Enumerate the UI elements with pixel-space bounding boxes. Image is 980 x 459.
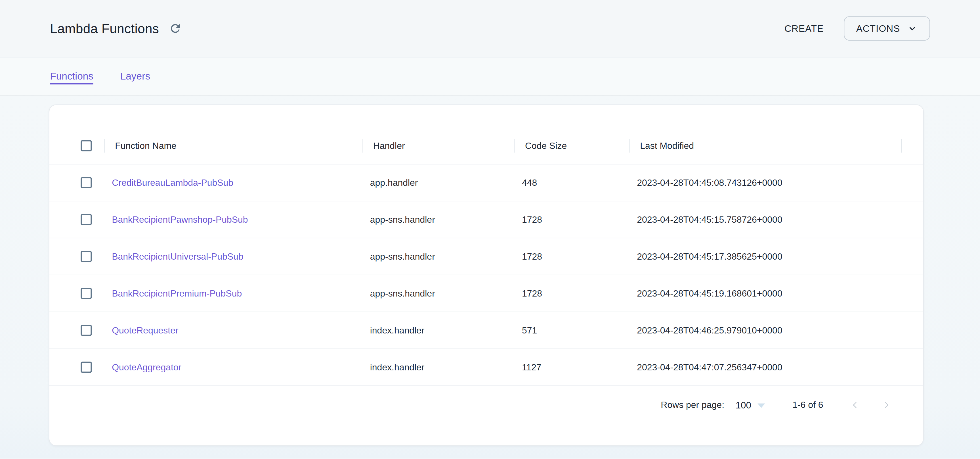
table-row: BankRecipientUniversal-PubSub app-sns.ha… [49, 238, 923, 275]
table-row: BankRecipientPawnshop-PubSub app-sns.han… [49, 201, 923, 238]
rows-per-page-label: Rows per page: [661, 400, 724, 410]
chevron-down-icon [907, 23, 918, 33]
column-separator [901, 139, 902, 153]
page-header: Lambda Functions CREATE ACTIONS [0, 0, 980, 57]
page-title: Lambda Functions [50, 21, 159, 36]
code-size-cell: 1728 [514, 288, 629, 298]
code-size-cell: 1728 [514, 214, 629, 225]
next-page-button[interactable] [881, 399, 892, 410]
table-footer: Rows per page: 100 1-6 of 6 [49, 386, 923, 424]
last-modified-cell: 2023-04-28T04:46:25.979010+0000 [630, 325, 901, 335]
table-header-row: Function Name Handler Code Size Last Mod… [49, 128, 923, 164]
rows-per-page-value: 100 [736, 399, 751, 410]
code-size-cell: 1127 [514, 362, 629, 372]
table-row: CreditBureauLambda-PubSub app.handler 44… [49, 164, 923, 201]
column-header-handler[interactable]: Handler [363, 128, 514, 164]
table-row: BankRecipientPremium-PubSub app-sns.hand… [49, 275, 923, 312]
previous-page-button[interactable] [850, 399, 860, 410]
select-all-checkbox[interactable] [81, 140, 92, 151]
row-checkbox[interactable] [81, 214, 92, 225]
chevron-left-icon [850, 399, 860, 410]
dropdown-arrow-icon [757, 403, 765, 407]
actions-button-label: ACTIONS [856, 23, 900, 33]
column-separator [630, 139, 630, 153]
content-area: Function Name Handler Code Size Last Mod… [0, 96, 980, 459]
function-name-link[interactable]: BankRecipientUniversal-PubSub [112, 251, 243, 261]
tab-layers[interactable]: Layers [120, 71, 150, 82]
last-modified-cell: 2023-04-28T04:45:15.758726+0000 [630, 214, 901, 225]
row-checkbox[interactable] [81, 288, 92, 299]
row-checkbox[interactable] [81, 362, 92, 373]
handler-cell: app-sns.handler [363, 251, 514, 261]
column-separator [514, 139, 515, 153]
handler-cell: app.handler [363, 177, 514, 188]
column-header-code-size[interactable]: Code Size [514, 128, 629, 164]
pagination-range: 1-6 of 6 [792, 400, 823, 410]
last-modified-cell: 2023-04-28T04:45:19.168601+0000 [630, 288, 901, 298]
code-size-cell: 571 [514, 325, 629, 335]
code-size-cell: 1728 [514, 251, 629, 261]
column-header-last-modified[interactable]: Last Modified [630, 128, 901, 164]
tab-bar: Functions Layers [0, 57, 980, 96]
function-name-link[interactable]: QuoteAggregator [112, 362, 181, 372]
last-modified-cell: 2023-04-28T04:47:07.256347+0000 [630, 362, 901, 372]
handler-cell: index.handler [363, 362, 514, 372]
table-row: QuoteRequester index.handler 571 2023-04… [49, 312, 923, 349]
column-header-empty [901, 128, 923, 164]
handler-cell: app-sns.handler [363, 288, 514, 298]
column-separator [105, 139, 105, 153]
refresh-button[interactable] [168, 21, 183, 37]
last-modified-cell: 2023-04-28T04:45:08.743126+0000 [630, 177, 901, 188]
row-checkbox[interactable] [81, 177, 92, 188]
functions-table-card: Function Name Handler Code Size Last Mod… [49, 105, 924, 446]
function-name-link[interactable]: BankRecipientPawnshop-PubSub [112, 214, 248, 225]
row-checkbox[interactable] [81, 325, 92, 336]
refresh-icon [169, 22, 182, 35]
tab-functions[interactable]: Functions [50, 71, 93, 82]
handler-cell: app-sns.handler [363, 214, 514, 225]
chevron-right-icon [881, 399, 892, 410]
row-checkbox[interactable] [81, 251, 92, 262]
column-separator [363, 139, 363, 153]
column-header-function-name[interactable]: Function Name [105, 128, 363, 164]
function-name-link[interactable]: CreditBureauLambda-PubSub [112, 177, 233, 188]
table-row: QuoteAggregator index.handler 1127 2023-… [49, 349, 923, 386]
code-size-cell: 448 [514, 177, 629, 188]
lambda-functions-page: Lambda Functions CREATE ACTIONS Function… [0, 0, 980, 459]
function-name-link[interactable]: QuoteRequester [112, 325, 178, 335]
function-name-link[interactable]: BankRecipientPremium-PubSub [112, 288, 242, 298]
create-button[interactable]: CREATE [782, 18, 826, 39]
handler-cell: index.handler [363, 325, 514, 335]
rows-per-page-select[interactable]: 100 [736, 399, 765, 410]
last-modified-cell: 2023-04-28T04:45:17.385625+0000 [630, 251, 901, 261]
actions-button[interactable]: ACTIONS [844, 16, 930, 41]
